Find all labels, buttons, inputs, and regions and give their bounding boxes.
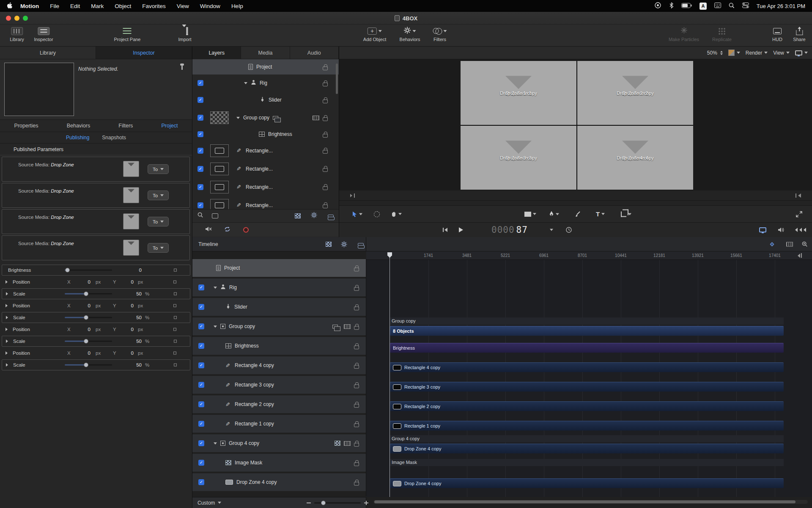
pan-tool[interactable] bbox=[391, 211, 402, 217]
tab-project[interactable]: Project bbox=[161, 123, 178, 129]
keyframe-icon[interactable] bbox=[173, 328, 176, 331]
play-range-end-icon[interactable] bbox=[796, 193, 801, 198]
battery-icon[interactable] bbox=[681, 3, 692, 9]
visibility-checkbox[interactable] bbox=[198, 323, 204, 329]
visibility-checkbox[interactable] bbox=[198, 184, 203, 190]
inspector-button[interactable]: Inspector bbox=[34, 27, 53, 42]
visibility-checkbox[interactable] bbox=[198, 440, 204, 446]
add-object-button[interactable]: Add Object bbox=[363, 27, 386, 42]
track-bar-dropzone4b[interactable]: Drop Zone 4 copy bbox=[390, 478, 784, 488]
y-value[interactable]: 0 bbox=[122, 279, 134, 284]
menu-window[interactable]: Window bbox=[195, 3, 226, 9]
layer-row-rectangle[interactable]: Rectangle... bbox=[192, 141, 339, 160]
fullscreen-icon[interactable] bbox=[796, 211, 802, 217]
scale-slider[interactable] bbox=[65, 317, 112, 318]
visibility-checkbox[interactable] bbox=[198, 343, 204, 349]
tab-behaviors[interactable]: Behaviors bbox=[67, 123, 91, 129]
brightness-slider[interactable] bbox=[65, 270, 112, 271]
to-dropdown[interactable]: To bbox=[148, 243, 169, 253]
channels-dropdown[interactable] bbox=[728, 50, 740, 56]
x-value[interactable]: 0 bbox=[79, 351, 91, 356]
timeline-row-group-copy[interactable]: Group copy bbox=[192, 318, 366, 335]
y-value[interactable]: 0 bbox=[122, 351, 134, 356]
lock-icon[interactable] bbox=[354, 482, 359, 486]
mask-tool[interactable] bbox=[621, 211, 631, 217]
tab-filters[interactable]: Filters bbox=[118, 123, 133, 129]
display-dropdown[interactable] bbox=[795, 50, 808, 55]
track-group-label[interactable]: Group 4 copy bbox=[390, 435, 784, 442]
x-value[interactable]: 0 bbox=[79, 279, 91, 284]
render-dropdown[interactable]: Render bbox=[746, 50, 768, 56]
project-pane-button[interactable]: Project Pane bbox=[114, 27, 141, 42]
text-tool[interactable] bbox=[596, 210, 605, 218]
audio-icon[interactable] bbox=[778, 227, 784, 233]
lock-icon[interactable] bbox=[354, 365, 359, 369]
timeline-ruler[interactable]: 1741 3481 5221 6961 8701 10441 12181 139… bbox=[366, 251, 812, 260]
keyframe-icon[interactable] bbox=[173, 281, 176, 284]
disclosure-icon[interactable] bbox=[214, 442, 217, 444]
play-range-start-icon[interactable] bbox=[350, 193, 355, 198]
tab-library[interactable]: Library bbox=[0, 47, 96, 59]
track-group-label[interactable]: Group copy bbox=[390, 318, 784, 325]
track-group-label[interactable]: Image Mask bbox=[390, 459, 784, 466]
timeline-row-rectangle4[interactable]: Rectangle 4 copy bbox=[192, 356, 366, 374]
show-transparency-icon[interactable] bbox=[326, 242, 332, 247]
timeline-row-rig[interactable]: Rig bbox=[192, 279, 366, 296]
scale-slider[interactable] bbox=[65, 293, 112, 295]
drop-zone-1[interactable]: Drop Zone 1 Drop Zone 1 copy bbox=[461, 61, 576, 125]
scale-slider[interactable] bbox=[65, 341, 112, 342]
filmstrip-filter-icon[interactable] bbox=[212, 213, 218, 218]
canvas-viewport[interactable]: Drop Zone 1 Drop Zone 1 copy Drop Zone 2… bbox=[339, 59, 812, 190]
visibility-checkbox[interactable] bbox=[198, 382, 204, 388]
record-icon[interactable] bbox=[243, 227, 249, 232]
menu-file[interactable]: File bbox=[44, 3, 65, 9]
show-hud-icon[interactable] bbox=[759, 227, 766, 232]
timeline-preset-dropdown[interactable]: Custom bbox=[198, 500, 221, 506]
layer-row-rig[interactable]: Rig bbox=[192, 75, 339, 91]
drop-zone-2[interactable]: Drop Zone 2 Drop Zone 2 copy bbox=[577, 61, 693, 125]
drop-zone-3[interactable]: Drop Zone 3 Drop Zone 3 copy bbox=[461, 126, 576, 190]
zoom-in-icon[interactable] bbox=[364, 502, 368, 503]
lock-icon[interactable] bbox=[354, 443, 359, 447]
rectangle-tool[interactable] bbox=[524, 212, 536, 217]
scale-slider[interactable] bbox=[65, 364, 112, 366]
drop-zone-well[interactable] bbox=[123, 161, 139, 177]
paint-stroke-tool[interactable] bbox=[575, 211, 581, 217]
library-button[interactable]: Library bbox=[10, 27, 24, 42]
lock-icon[interactable] bbox=[354, 287, 359, 291]
layers-view-icon[interactable] bbox=[358, 243, 364, 246]
timecode-dropdown[interactable] bbox=[550, 229, 553, 231]
layer-row-rectangle[interactable]: Rectangle... bbox=[192, 160, 339, 178]
visibility-checkbox[interactable] bbox=[198, 166, 203, 172]
vertical-scrollbar[interactable] bbox=[336, 64, 338, 94]
screen-mirroring-icon[interactable] bbox=[654, 2, 661, 10]
timeline-zoom-slider[interactable] bbox=[314, 502, 361, 503]
timeline-row-dropzone4-copy[interactable]: Drop Zone 4 copy bbox=[192, 473, 366, 491]
visibility-checkbox[interactable] bbox=[198, 80, 203, 86]
track-bar-brightness[interactable]: Brightness bbox=[390, 343, 784, 353]
menu-edit[interactable]: Edit bbox=[65, 3, 85, 9]
menu-motion[interactable]: Motion bbox=[15, 3, 44, 9]
clock-icon[interactable] bbox=[566, 227, 572, 233]
disclosure-icon[interactable] bbox=[6, 363, 8, 367]
spotlight-icon[interactable] bbox=[729, 3, 735, 10]
lock-icon[interactable] bbox=[323, 83, 328, 86]
behaviors-button[interactable]: Behaviors bbox=[400, 27, 420, 42]
disclosure-icon[interactable] bbox=[5, 304, 8, 307]
lock-icon[interactable] bbox=[323, 204, 328, 208]
visibility-checkbox[interactable] bbox=[198, 460, 204, 466]
timeline-row-rectangle2[interactable]: Rectangle 2 copy bbox=[192, 395, 366, 413]
pin-icon[interactable] bbox=[181, 66, 183, 70]
keyframe-icon[interactable] bbox=[173, 352, 176, 355]
input-source-icon[interactable]: A bbox=[700, 3, 707, 10]
clip-view-icon[interactable] bbox=[786, 242, 793, 246]
settings-gear-icon[interactable] bbox=[341, 241, 347, 247]
lock-icon[interactable] bbox=[354, 345, 359, 349]
lock-icon[interactable] bbox=[323, 150, 328, 154]
zoom-timeline-icon[interactable] bbox=[802, 241, 808, 247]
lock-icon[interactable] bbox=[323, 134, 328, 138]
zoom-level-dropdown[interactable]: 50% bbox=[707, 50, 723, 56]
keyboard-icon[interactable] bbox=[714, 3, 721, 9]
layer-row-brightness[interactable]: Brightness bbox=[192, 127, 339, 141]
keyframe-icon[interactable] bbox=[174, 269, 177, 272]
